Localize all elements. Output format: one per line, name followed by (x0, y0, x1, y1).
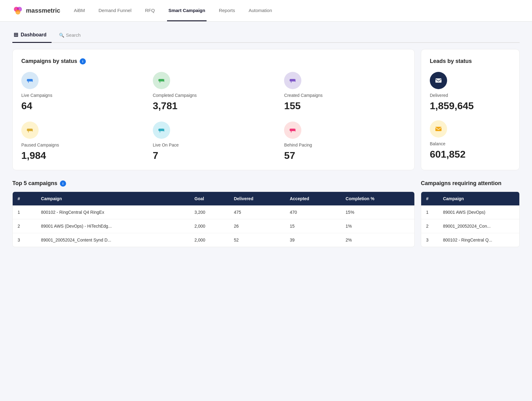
top5-campaigns-title: Top 5 campaigns i (12, 180, 415, 187)
created-campaigns-label: Created Campaigns (284, 93, 406, 98)
cell-goal: 2,000 (190, 219, 229, 233)
live-campaigns-label: Live Campaigns (21, 93, 143, 98)
col-header-accepted: Accepted (285, 192, 341, 205)
megaphone-icon-cyan (158, 126, 165, 134)
behind-pacing-label: Behind Pacing (284, 143, 406, 147)
balance-icon-wrap (430, 120, 447, 138)
cell-campaign: 89001 AWS (DevOps) - HiTechEdg... (36, 219, 190, 233)
tab-bar: ⊞ Dashboard 🔍 Search (12, 29, 520, 43)
cell-accepted: 39 (285, 233, 341, 247)
cell-delivered: 26 (229, 219, 285, 233)
svg-rect-4 (435, 127, 442, 131)
completed-campaigns-icon-wrap (153, 72, 170, 89)
col-header-num: # (13, 192, 36, 205)
created-campaigns-icon-wrap (284, 72, 301, 89)
campaigns-by-status-title: Campaigns by status i (21, 58, 406, 64)
campaigns-attention-table-wrap: # Campaign 1 89001 AWS (DevOps) 2 89001_… (421, 192, 520, 247)
table-row: 2 89001 AWS (DevOps) - HiTechEdg... 2,00… (13, 219, 414, 233)
campaigns-attention-section: Campaigns requiring attention # Campaign… (421, 180, 520, 247)
behind-pacing-icon-wrap (284, 122, 301, 139)
cell-campaign: 800102 - RingCentral Q... (438, 233, 519, 247)
cell-accepted: 15 (285, 219, 341, 233)
megaphone-icon-blue (26, 77, 34, 84)
cell-campaign: 89001_20052024_Content Synd D... (36, 233, 190, 247)
cell-num: 3 (13, 233, 36, 247)
cell-completion: 2% (341, 233, 414, 247)
search-icon: 🔍 (59, 33, 64, 38)
megaphone-icon-purple (289, 77, 296, 84)
dashboard-grid: Campaigns by status i Live Campaigns 64 (12, 49, 520, 170)
live-on-pace-label: Live On Pace (153, 143, 274, 147)
nav-item-automation[interactable]: Automation (247, 0, 273, 21)
col-header-completion: Completion % (341, 192, 414, 205)
campaigns-by-status-card: Campaigns by status i Live Campaigns 64 (12, 49, 415, 170)
nav-item-demand-funnel[interactable]: Demand Funnel (97, 0, 133, 21)
lead-item-balance: Balance 601,852 (430, 120, 511, 160)
paused-campaigns-label: Paused Campaigns (21, 143, 143, 147)
live-campaigns-icon-wrap (21, 72, 39, 89)
logo-text: massmetric (26, 7, 60, 14)
delivered-icon-wrap (430, 72, 447, 89)
status-item-completed-campaigns: Completed Campaigns 3,781 (153, 72, 274, 112)
dashboard-icon: ⊞ (14, 31, 18, 38)
main-content: ⊞ Dashboard 🔍 Search Campaigns by status… (0, 22, 532, 254)
leads-by-status-card: Leads by status Delivered 1,859,645 (421, 49, 520, 170)
tab-search-label: Search (66, 32, 81, 38)
top5-info-icon[interactable]: i (60, 180, 66, 187)
leads-grid: Delivered 1,859,645 Balance 601,852 (430, 72, 511, 160)
paused-campaigns-icon-wrap (21, 122, 39, 139)
behind-pacing-value: 57 (284, 150, 406, 161)
col-header-goal: Goal (190, 192, 229, 205)
table-row: 3 800102 - RingCentral Q... (421, 233, 519, 247)
delivered-value: 1,859,645 (430, 100, 511, 112)
logo-icon (12, 5, 23, 16)
cell-completion: 15% (341, 205, 414, 219)
nav-item-reports[interactable]: Reports (218, 0, 237, 21)
campaigns-info-icon[interactable]: i (80, 58, 86, 64)
cell-campaign: 800102 - RingCentral Q4 RingEx (36, 205, 190, 219)
attn-col-header-num: # (421, 192, 438, 205)
logo[interactable]: massmetric (12, 5, 60, 16)
table-row: 1 800102 - RingCentral Q4 RingEx 3,200 4… (13, 205, 414, 219)
status-item-paused-campaigns: Paused Campaigns 1,984 (21, 122, 143, 161)
completed-campaigns-value: 3,781 (153, 100, 274, 112)
top5-table-wrap: # Campaign Goal Delivered Accepted Compl… (12, 192, 415, 247)
paused-campaigns-value: 1,984 (21, 150, 143, 161)
table-row: 1 89001 AWS (DevOps) (421, 205, 519, 219)
status-item-created-campaigns: Created Campaigns 155 (284, 72, 406, 112)
live-on-pace-icon-wrap (153, 122, 170, 139)
leads-by-status-title: Leads by status (430, 58, 511, 64)
campaigns-attention-table: # Campaign 1 89001 AWS (DevOps) 2 89001_… (421, 192, 519, 247)
megaphone-icon-green (158, 77, 165, 84)
table-row: 2 89001_20052024_Con... (421, 219, 519, 233)
top-navigation: massmetric AiBM Demand Funnel RFQ Smart … (0, 0, 532, 22)
campaigns-attention-title: Campaigns requiring attention (421, 180, 520, 187)
campaigns-status-grid: Live Campaigns 64 Completed Campaigns 3,… (21, 72, 406, 161)
nav-item-aibm[interactable]: AiBM (73, 0, 86, 21)
cell-num: 2 (421, 219, 438, 233)
nav-item-smart-campaign[interactable]: Smart Campaign (167, 0, 206, 21)
lead-item-delivered: Delivered 1,859,645 (430, 72, 511, 112)
tab-dashboard[interactable]: ⊞ Dashboard (12, 29, 52, 43)
status-item-live-on-pace: Live On Pace 7 (153, 122, 274, 161)
cell-delivered: 52 (229, 233, 285, 247)
balance-value: 601,852 (430, 149, 511, 160)
envelope-icon-gold (435, 125, 442, 133)
cell-num: 1 (13, 205, 36, 219)
created-campaigns-value: 155 (284, 100, 406, 112)
completed-campaigns-label: Completed Campaigns (153, 93, 274, 98)
cell-goal: 3,200 (190, 205, 229, 219)
bottom-section: Top 5 campaigns i # Campaign Goal Delive… (12, 180, 520, 247)
delivered-label: Delivered (430, 93, 511, 98)
cell-num: 3 (421, 233, 438, 247)
svg-rect-3 (435, 78, 442, 83)
nav-item-rfq[interactable]: RFQ (144, 0, 156, 21)
col-header-campaign: Campaign (36, 192, 190, 205)
live-on-pace-value: 7 (153, 150, 274, 161)
cell-num: 2 (13, 219, 36, 233)
cell-campaign: 89001 AWS (DevOps) (438, 205, 519, 219)
balance-label: Balance (430, 141, 511, 146)
table-row: 3 89001_20052024_Content Synd D... 2,000… (13, 233, 414, 247)
tab-search[interactable]: 🔍 Search (54, 30, 86, 41)
envelope-icon-dark (435, 77, 442, 84)
